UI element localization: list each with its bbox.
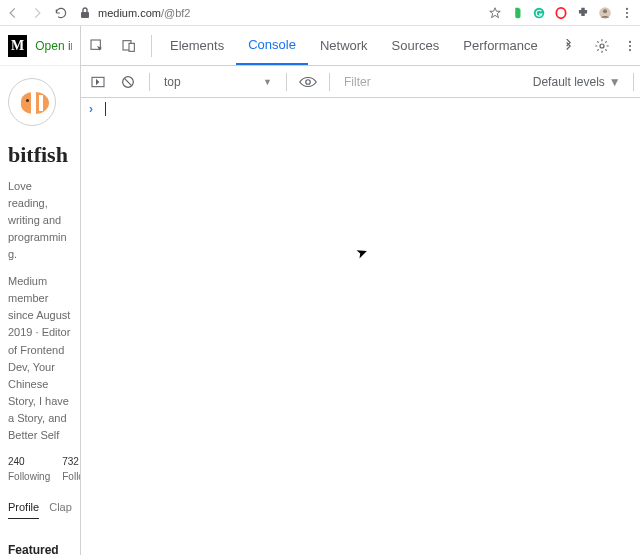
svg-point-2 bbox=[556, 7, 565, 18]
author-name: bitfish bbox=[8, 138, 72, 172]
svg-point-11 bbox=[600, 44, 604, 48]
live-expression-icon[interactable] bbox=[295, 75, 321, 89]
text-caret bbox=[105, 102, 106, 116]
svg-rect-0 bbox=[81, 12, 89, 18]
svg-point-5 bbox=[626, 7, 628, 9]
address-bar[interactable]: medium.com/@bf2 bbox=[78, 6, 478, 20]
kebab-icon[interactable] bbox=[616, 39, 640, 53]
avatar[interactable] bbox=[8, 78, 56, 126]
chrome-menu-icon[interactable] bbox=[620, 6, 634, 20]
lock-icon bbox=[78, 6, 92, 20]
device-toggle-icon[interactable] bbox=[113, 26, 145, 65]
tab-console[interactable]: Console bbox=[236, 26, 308, 65]
log-levels-select[interactable]: Default levels ▼ bbox=[533, 75, 625, 89]
opera-icon[interactable] bbox=[554, 6, 568, 20]
tab-claps[interactable]: Clap bbox=[49, 499, 72, 519]
svg-point-6 bbox=[626, 11, 628, 13]
url-text: medium.com/@bf2 bbox=[98, 7, 190, 19]
grammarly-icon[interactable] bbox=[532, 6, 546, 20]
author-bio: Love reading, writing and programming. bbox=[8, 178, 72, 263]
author-meta: Medium member since August 2019 · Editor… bbox=[8, 273, 72, 443]
forward-icon[interactable] bbox=[30, 6, 44, 20]
clear-console-icon[interactable] bbox=[115, 74, 141, 90]
svg-rect-10 bbox=[129, 43, 134, 51]
devtools-panel: Elements Console Network Sources Perform… bbox=[80, 26, 640, 555]
context-label: top bbox=[164, 75, 181, 89]
tab-performance[interactable]: Performance bbox=[451, 26, 549, 65]
svg-point-4 bbox=[603, 9, 607, 13]
following-stat[interactable]: 240Following bbox=[8, 454, 50, 485]
avatar-icon[interactable] bbox=[598, 6, 612, 20]
sidebar-toggle-icon[interactable] bbox=[85, 74, 111, 90]
chevron-down-icon: ▼ bbox=[263, 77, 272, 87]
devtools-tabbar: Elements Console Network Sources Perform… bbox=[81, 26, 640, 66]
clownfish-icon bbox=[15, 85, 49, 119]
context-selector[interactable]: top ▼ bbox=[158, 75, 278, 89]
svg-point-13 bbox=[629, 44, 631, 46]
tab-network[interactable]: Network bbox=[308, 26, 380, 65]
browser-toolbar: medium.com/@bf2 bbox=[0, 0, 640, 26]
star-icon[interactable] bbox=[488, 6, 502, 20]
console-body[interactable]: › ➤ bbox=[81, 98, 640, 555]
page-panel: M Open in bitfish Love reading, writing … bbox=[0, 26, 80, 555]
back-icon[interactable] bbox=[6, 6, 20, 20]
medium-logo[interactable]: M bbox=[8, 35, 27, 57]
reload-icon[interactable] bbox=[54, 6, 68, 20]
svg-point-12 bbox=[629, 40, 631, 42]
filter-input[interactable]: Filter bbox=[338, 75, 529, 89]
mouse-cursor-icon: ➤ bbox=[354, 242, 371, 261]
console-prompt-icon: › bbox=[89, 102, 93, 116]
chevron-down-icon: ▼ bbox=[609, 75, 621, 89]
gear-icon[interactable] bbox=[588, 38, 616, 54]
svg-point-17 bbox=[306, 79, 311, 84]
console-toolbar: top ▼ Filter Default levels ▼ bbox=[81, 66, 640, 98]
tabs-overflow-icon[interactable] bbox=[550, 26, 588, 65]
svg-point-14 bbox=[629, 49, 631, 51]
evernote-icon[interactable] bbox=[510, 6, 524, 20]
inspect-icon[interactable] bbox=[81, 26, 113, 65]
tab-sources[interactable]: Sources bbox=[380, 26, 452, 65]
tab-profile[interactable]: Profile bbox=[8, 499, 39, 519]
extensions-icon[interactable] bbox=[576, 6, 590, 20]
featured-heading: Featured bbox=[8, 541, 72, 555]
open-in-app-link[interactable]: Open in bbox=[35, 39, 72, 53]
tab-elements[interactable]: Elements bbox=[158, 26, 236, 65]
svg-point-7 bbox=[626, 16, 628, 18]
